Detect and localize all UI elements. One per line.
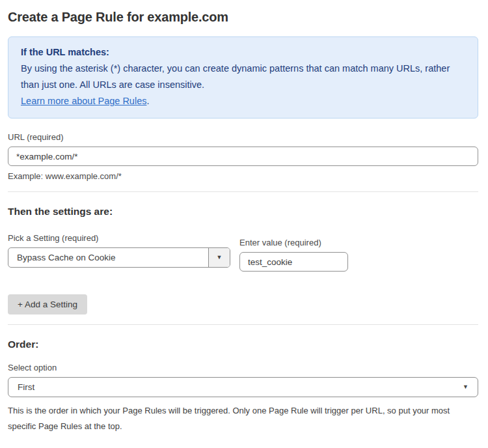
url-input[interactable] bbox=[8, 147, 478, 166]
url-field-label: URL (required) bbox=[8, 132, 478, 143]
divider bbox=[8, 191, 478, 192]
info-box-body: By using the asterisk (*) character, you… bbox=[21, 61, 465, 93]
order-select-label: Select option bbox=[8, 363, 478, 373]
order-select[interactable]: First ▼ bbox=[8, 377, 478, 397]
page-title: Create a Page Rule for example.com bbox=[8, 10, 478, 25]
url-match-info-box: If the URL matches: By using the asteris… bbox=[8, 36, 478, 119]
divider bbox=[8, 324, 478, 325]
setting-value-input[interactable] bbox=[239, 252, 348, 272]
settings-section-heading: Then the settings are: bbox=[8, 205, 478, 217]
order-section-heading: Order: bbox=[8, 338, 478, 350]
settings-row: Pick a Setting (required) Bypass Cache o… bbox=[8, 233, 478, 272]
setting-select-value: Bypass Cache on Cookie bbox=[8, 248, 208, 267]
url-example-helper: Example: www.example.com/* bbox=[8, 171, 478, 182]
info-box-heading: If the URL matches: bbox=[21, 44, 465, 61]
setting-value-column: Enter value (required) bbox=[239, 238, 348, 272]
setting-select-arrow-button[interactable]: ▼ bbox=[208, 248, 230, 267]
add-setting-button[interactable]: + Add a Setting bbox=[8, 294, 87, 315]
info-box-link-line: Learn more about Page Rules. bbox=[21, 93, 465, 109]
order-helper-text: This is the order in which your Page Rul… bbox=[8, 403, 478, 434]
learn-more-link[interactable]: Learn more about Page Rules bbox=[21, 96, 146, 106]
chevron-down-icon: ▼ bbox=[463, 384, 468, 390]
enter-value-label: Enter value (required) bbox=[239, 238, 348, 248]
order-select-value: First bbox=[18, 382, 34, 392]
setting-select[interactable]: Bypass Cache on Cookie ▼ bbox=[8, 247, 230, 268]
setting-picker-column: Pick a Setting (required) Bypass Cache o… bbox=[8, 233, 230, 268]
link-suffix: . bbox=[146, 96, 149, 106]
page-rule-form: Create a Page Rule for example.com If th… bbox=[0, 10, 488, 448]
pick-setting-label: Pick a Setting (required) bbox=[8, 233, 230, 244]
chevron-down-icon: ▼ bbox=[217, 255, 223, 260]
